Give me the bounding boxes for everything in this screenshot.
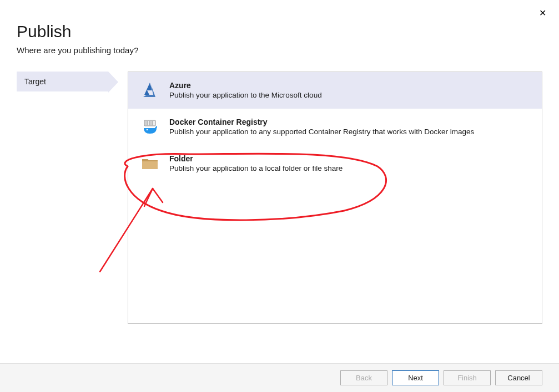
page-title: Publish [17,22,542,41]
option-text: Docker Container Registry Publish your a… [169,116,474,136]
cancel-button[interactable]: Cancel [495,370,542,385]
option-description: Publish your application to a local fold… [169,164,343,172]
dialog-header: Publish Where are you publishing today? [0,0,559,66]
option-description: Publish your application to the Microsof… [169,91,322,99]
folder-icon [139,153,160,174]
option-title: Docker Container Registry [169,118,474,126]
option-docker[interactable]: Docker Container Registry Publish your a… [128,109,542,145]
page-subtitle: Where are you publishing today? [17,45,542,55]
azure-icon [139,80,160,101]
finish-button[interactable]: Finish [444,370,491,385]
svg-point-6 [147,129,148,131]
options-panel: Azure Publish your application to the Mi… [128,72,542,324]
option-description: Publish your application to any supporte… [169,128,474,136]
wizard-sidebar: Target [17,72,108,324]
option-title: Azure [169,81,322,90]
close-icon: ✕ [539,8,546,18]
dialog-footer: Back Next Finish Cancel [0,363,559,392]
back-button[interactable]: Back [340,370,387,385]
option-text: Folder Publish your application to a loc… [169,153,343,172]
sidebar-item-target[interactable]: Target [17,72,108,91]
option-azure[interactable]: Azure Publish your application to the Mi… [128,72,542,109]
option-title: Folder [169,154,343,163]
docker-icon [139,116,160,138]
next-button[interactable]: Next [392,370,439,385]
close-button[interactable]: ✕ [535,6,551,21]
content-area: Target Azure Publish your application to… [0,66,559,324]
option-text: Azure Publish your application to the Mi… [169,80,322,99]
sidebar-item-label: Target [24,77,46,86]
option-folder[interactable]: Folder Publish your application to a loc… [128,145,542,182]
